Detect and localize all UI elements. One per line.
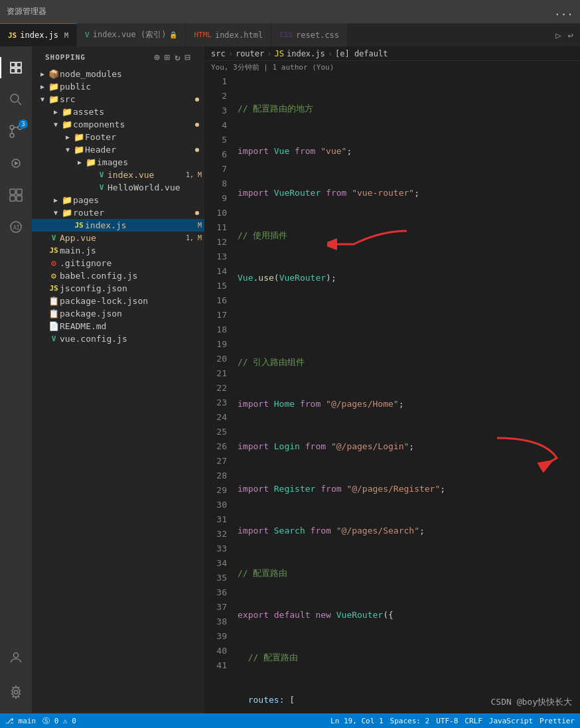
tree-item-readme[interactable]: 📄 README.md	[32, 320, 204, 332]
tree-item-assets[interactable]: ▶ 📁 assets	[32, 106, 204, 118]
run-button[interactable]: ▷	[554, 29, 562, 42]
tree-item-router-index-js[interactable]: JS index.js M	[32, 219, 204, 232]
activity-item-git[interactable]: 3	[0, 115, 32, 147]
new-folder-icon[interactable]: ⊞	[165, 52, 171, 62]
status-git[interactable]: ⎇ main	[5, 717, 36, 725]
chevron-icon: ▼	[50, 121, 61, 128]
activity-item-debug[interactable]	[0, 147, 32, 179]
status-language[interactable]: JavaScript	[489, 717, 533, 725]
npm-icon: 📋	[48, 296, 60, 306]
chevron-icon: ▶	[37, 70, 48, 78]
breadcrumb-sep-3: ›	[328, 49, 332, 58]
breadcrumb-src[interactable]: src	[211, 49, 226, 58]
tree-item-jsconfig[interactable]: JS jsconfig.json	[32, 282, 204, 295]
tree-item-vue-config[interactable]: V vue.config.js	[32, 332, 204, 345]
tree-item-package-lock[interactable]: 📋 package-lock.json	[32, 295, 204, 307]
split-editor-button[interactable]: ↩	[567, 29, 575, 42]
svg-text:AI: AI	[13, 225, 20, 231]
modified-dot	[195, 148, 199, 152]
status-encoding[interactable]: UTF-8	[436, 717, 458, 725]
tree-item-app-vue[interactable]: V App.vue 1, M	[32, 232, 204, 244]
chevron-icon: ▶	[50, 108, 61, 115]
breadcrumb-default[interactable]: [e] default	[335, 49, 388, 58]
tree-label: package.json	[60, 309, 204, 319]
tree-label: pages	[73, 195, 204, 205]
tab-index-vue[interactable]: V index.vue (索引) 🔒	[77, 23, 186, 46]
chevron-icon: ▶	[50, 196, 61, 204]
tree-item-header-index-vue[interactable]: V index.vue 1, M	[32, 169, 204, 181]
breadcrumb-js-icon: JS	[275, 49, 284, 58]
chevron-icon: ▶	[74, 159, 85, 166]
tab-index-html[interactable]: HTML index.html	[186, 23, 271, 46]
tab-label: reset.css	[296, 31, 339, 40]
activity-item-settings[interactable]	[0, 676, 32, 708]
js-file-icon: JS	[48, 284, 60, 293]
activity-item-search[interactable]	[0, 84, 32, 115]
new-file-icon[interactable]: ⊕	[154, 52, 160, 62]
status-errors[interactable]: Ⓢ 0 ⚠ 0	[42, 716, 76, 726]
tree-label: vue.config.js	[60, 334, 204, 344]
breadcrumb-router[interactable]: router	[236, 49, 264, 58]
tab-index-js[interactable]: JS index.js M	[0, 23, 77, 46]
code-container[interactable]: 12345 678910 1112131415 1617181920 21222…	[204, 73, 580, 713]
breadcrumb-index-js[interactable]: index.js	[287, 49, 325, 58]
chevron-icon: ▼	[62, 146, 73, 153]
tree-item-package[interactable]: 📋 package.json	[32, 307, 204, 320]
code-line: import Home from "@/pages/Home";	[238, 398, 580, 412]
file-badge: 1, M	[186, 234, 202, 242]
tree-label: node_modules	[60, 69, 204, 79]
refresh-icon[interactable]: ↻	[175, 52, 181, 62]
title-more-actions[interactable]: ...	[554, 5, 573, 18]
activity-item-extensions[interactable]	[0, 179, 32, 211]
js-file-icon: JS	[73, 221, 85, 230]
tree-item-footer[interactable]: ▶ 📁 Footer	[32, 131, 204, 143]
tree-label: Footer	[85, 132, 204, 142]
sidebar-header-actions: ⊕ ⊞ ↻ ⊟	[154, 52, 191, 62]
tree-label: src	[60, 94, 195, 104]
svg-rect-2	[11, 68, 15, 73]
tree-item-pages[interactable]: ▶ 📁 pages	[32, 194, 204, 206]
activity-item-explorer[interactable]	[0, 52, 32, 84]
code-content[interactable]: // 配置路由的地方 import Vue from "vue"; import…	[238, 73, 580, 713]
vue-file-icon: V	[96, 183, 108, 192]
sidebar: SHOPPING ⊕ ⊞ ↻ ⊟ ▶ 📦 node_modules ▶ 📁 pu	[32, 46, 204, 713]
js-file-icon: JS	[48, 246, 60, 255]
status-formatter[interactable]: Prettier	[540, 717, 575, 725]
status-eol[interactable]: CRLF	[465, 717, 482, 725]
status-spaces[interactable]: Spaces: 2	[390, 717, 430, 725]
tree-label: README.md	[60, 321, 204, 331]
tree-item-helloworld-vue[interactable]: V HelloWorld.vue	[32, 181, 204, 194]
activity-item-account[interactable]	[0, 642, 32, 674]
tree-label: babel.config.js	[60, 271, 204, 281]
folder-icon: 📁	[73, 145, 85, 155]
tree-item-main-js[interactable]: JS main.js	[32, 244, 204, 257]
tree-item-gitignore[interactable]: ⚙ .gitignore	[32, 257, 204, 269]
code-line: import Register from "@/pages/Register";	[238, 482, 580, 496]
tab-actions: ▷ ↩	[554, 23, 580, 46]
html-file-icon: HTML	[194, 31, 212, 39]
code-line: import Search from "@/pages/Search";	[238, 524, 580, 539]
folder-icon: 📁	[61, 195, 73, 205]
tree-item-header[interactable]: ▼ 📁 Header	[32, 143, 204, 156]
tree-item-src[interactable]: ▼ 📁 src	[32, 93, 204, 106]
tree-item-images[interactable]: ▶ 📁 images	[32, 156, 204, 169]
tree-item-babel[interactable]: ⚙ babel.config.js	[32, 269, 204, 282]
tab-reset-css[interactable]: CSS reset.css	[271, 23, 348, 46]
tree-item-components[interactable]: ▼ 📁 components	[32, 118, 204, 131]
tab-label: index.html	[215, 31, 263, 40]
tree-item-node-modules[interactable]: ▶ 📦 node_modules	[32, 68, 204, 80]
status-ln-col[interactable]: Ln 19, Col 1	[330, 717, 383, 725]
folder-icon: 📁	[61, 107, 73, 117]
tree-item-public[interactable]: ▶ 📁 public	[32, 80, 204, 93]
main-layout: 3 AI	[0, 46, 580, 713]
modified-dot	[195, 98, 199, 102]
git-icon: ⚙	[48, 258, 60, 268]
collapse-all-icon[interactable]: ⊟	[185, 52, 191, 62]
tree-item-router[interactable]: ▼ 📁 router	[32, 206, 204, 219]
tree-label: router	[73, 208, 195, 218]
css-file-icon: CSS	[279, 31, 293, 39]
svg-point-21	[14, 690, 18, 694]
activity-item-ai[interactable]: AI	[0, 211, 32, 243]
sidebar-header: SHOPPING ⊕ ⊞ ↻ ⊟	[32, 46, 204, 68]
tree-label: assets	[73, 107, 204, 117]
